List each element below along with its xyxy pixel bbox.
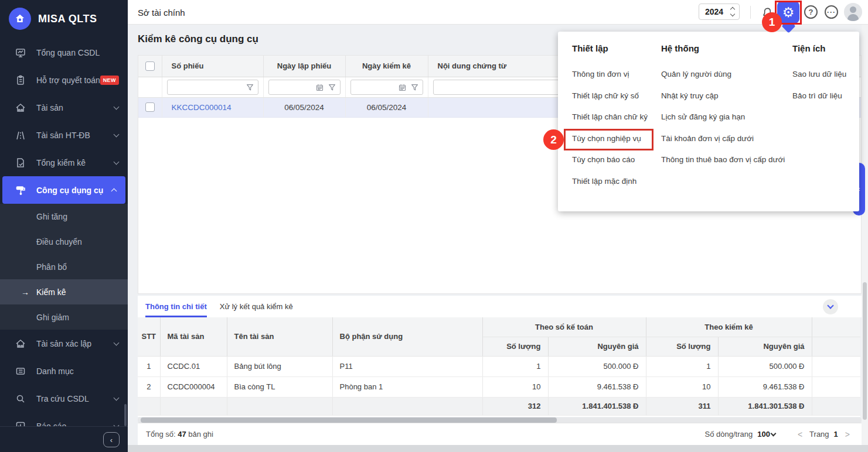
sidebar-subitem-ghi-giam[interactable]: Ghi giảm	[0, 304, 128, 330]
page-title: Kiểm kê công cụ dụng cụ	[138, 33, 258, 45]
sidebar-item-tai-san-ht-db[interactable]: Tài sản HT-ĐB	[0, 121, 128, 149]
calendar-icon[interactable]	[399, 84, 406, 91]
collapse-detail-button[interactable]	[823, 299, 838, 314]
row-checkbox[interactable]	[145, 102, 155, 112]
next-page-button[interactable]: >	[843, 430, 852, 439]
sidebar-subitem-kiem-ke[interactable]: → Kiểm kê	[0, 279, 128, 304]
sidebar-subitem-phan-bo[interactable]: Phân bổ	[0, 254, 128, 279]
chevron-down-icon	[114, 104, 120, 109]
funnel-icon[interactable]	[411, 84, 418, 91]
sidebar-item-tong-kiem-ke[interactable]: Tổng kiểm kê	[0, 149, 128, 176]
funnel-icon[interactable]	[246, 84, 254, 91]
vertical-scrollbar-thumb[interactable]	[863, 282, 867, 420]
column-header: Số lượng	[646, 337, 718, 356]
tab-thong-tin-chi-tiet[interactable]: Thông tin chi tiết	[145, 296, 207, 317]
select-all-checkbox[interactable]	[145, 61, 155, 71]
clipboard-icon	[14, 74, 27, 86]
detail-table: STT Mã tài sản Tên tài sản Bộ phận sử dụ…	[138, 317, 860, 416]
menu-item-tuy-chon-bao-cao[interactable]: Tùy chọn báo cáo	[572, 149, 648, 171]
chevron-down-icon	[114, 131, 120, 137]
topbar-divider	[750, 6, 751, 19]
sidebar-item-danh-muc[interactable]: Danh mục	[0, 357, 128, 385]
menu-item-nhat-ky-truy-cap[interactable]: Nhật ký truy cập	[661, 85, 785, 107]
column-header[interactable]: Ngày kiểm kê	[345, 56, 428, 77]
sidebar-item-ho-tro-quyet-toan[interactable]: Hỗ trợ quyết toán NEW	[0, 66, 128, 94]
tab-xu-ly-ket-qua[interactable]: Xử lý kết quả kiểm kê	[220, 296, 293, 317]
dashboard-icon	[14, 47, 27, 59]
sidebar-item-cong-cu-dung-cu[interactable]: Công cụ dụng cụ	[2, 176, 125, 204]
chevron-down-icon	[770, 430, 776, 436]
menu-item-tai-khoan-cap-duoi[interactable]: Tài khoản đơn vị cấp dưới	[661, 128, 785, 150]
user-avatar[interactable]	[844, 3, 862, 21]
sidebar-subitem-dieu-chuyen[interactable]: Điều chuyển	[0, 229, 128, 254]
column-header: STT	[138, 317, 160, 356]
more-button[interactable]: ···	[825, 5, 838, 19]
chevron-up-icon	[111, 189, 117, 194]
sidebar-item-tai-san-xac-lap[interactable]: Tài sản xác lập	[0, 330, 128, 357]
menu-item-sao-luu-du-lieu[interactable]: Sao lưu dữ liệu	[792, 64, 846, 85]
total-nguyen-gia-ke-toan: 1.841.401.538 Đ	[548, 397, 646, 415]
filter-ngay-lap	[268, 80, 341, 95]
filter-so-phieu-input[interactable]	[170, 80, 224, 94]
filter-ngay-lap-input[interactable]	[271, 80, 314, 94]
menu-item-tuy-chon-nghiep-vu[interactable]: Tùy chọn nghiệp vụ	[572, 128, 648, 150]
ellipsis-icon: ···	[827, 8, 836, 16]
sidebar-subitem-ghi-tang[interactable]: Ghi tăng	[0, 204, 128, 229]
calendar-icon[interactable]	[316, 84, 324, 91]
menu-item-thiet-lap-chu-ky-so[interactable]: Thiết lập chữ ký số	[572, 85, 648, 107]
menu-item-thiet-lap-chan-chu-ky[interactable]: Thiết lập chân chữ ký	[572, 107, 648, 128]
filter-ngay-kiem-ke-input[interactable]	[353, 80, 396, 94]
year-selector[interactable]: 2024	[699, 4, 740, 20]
sidebar-item-tra-cuu-csdl[interactable]: Tra cứu CSDL	[0, 385, 128, 412]
column-header: Nguyên giá	[718, 337, 812, 356]
column-header: Nguyên giá	[548, 337, 646, 356]
menu-section-title: Hệ thống	[661, 43, 699, 53]
road-icon	[14, 129, 27, 141]
menu-item-quan-ly-nguoi-dung[interactable]: Quản lý người dùng	[661, 64, 785, 85]
funnel-icon[interactable]	[328, 84, 336, 91]
cell-ngay-kiem-ke: 06/05/2024	[345, 97, 428, 117]
voucher-link[interactable]: KKCCDC000014	[162, 97, 263, 117]
horizontal-scrollbar[interactable]	[138, 417, 862, 423]
menu-item-thue-bao-cap-duoi[interactable]: Thông tin thuê bao đơn vị cấp dưới	[661, 149, 785, 171]
sidebar-scrollbar[interactable]	[124, 404, 127, 426]
notifications-button[interactable]	[760, 5, 774, 19]
menu-section-title: Tiện ích	[792, 43, 825, 53]
filter-ngay-kiem-ke	[350, 80, 423, 95]
question-icon: ?	[809, 8, 813, 16]
year-spinner-icon[interactable]	[731, 8, 734, 16]
sidebar-item-tong-quan-csdl[interactable]: Tổng quan CSDL	[0, 39, 128, 66]
app-title: MISA QLTS	[38, 13, 97, 25]
detail-group-header-row: STT Mã tài sản Tên tài sản Bộ phận sử dụ…	[138, 317, 860, 337]
help-button[interactable]: ?	[804, 5, 818, 19]
menu-item-bao-tri-du-lieu[interactable]: Bảo trì dữ liệu	[792, 85, 846, 107]
cell-ngay-lap: 06/05/2024	[263, 97, 345, 117]
menu-section-title: Thiết lập	[572, 43, 608, 53]
sidebar: MISA QLTS Tổng quan CSDL Hỗ trợ quyết to…	[0, 0, 128, 452]
column-header[interactable]: Ngày lập phiếu	[263, 56, 345, 77]
topbar: Sở tài chính 2024 ⚙ ? ···	[128, 0, 868, 25]
search-icon	[14, 393, 27, 405]
menu-item-thong-tin-don-vi[interactable]: Thông tin đơn vị	[572, 64, 648, 85]
column-header[interactable]: Số phiếu	[162, 56, 263, 77]
record-count-value: 47	[178, 430, 186, 439]
horizontal-scrollbar-thumb[interactable]	[141, 417, 557, 423]
vertical-scrollbar[interactable]	[862, 25, 868, 445]
menu-item-thiet-lap-mac-dinh[interactable]: Thiết lập mặc định	[572, 171, 648, 193]
app-logo[interactable]: MISA QLTS	[0, 0, 128, 37]
menu-item-lich-su-dang-ky[interactable]: Lịch sử đăng ký gia hạn	[661, 107, 785, 128]
sidebar-footer: ‹	[0, 426, 128, 452]
sidebar-collapse-button[interactable]: ‹	[103, 432, 120, 447]
column-header: Số lượng	[482, 337, 548, 356]
column-header: Bộ phận sử dụng	[332, 317, 482, 356]
sidebar-item-tai-san[interactable]: Tài sản	[0, 94, 128, 121]
prev-page-button[interactable]: <	[795, 430, 805, 439]
settings-menu: Thiết lập Thông tin đơn vị Thiết lập chữ…	[558, 32, 859, 211]
year-value: 2024	[705, 7, 723, 16]
gear-icon: ⚙	[782, 5, 795, 20]
sidebar-submenu-cong-cu-dung-cu: Ghi tăng Điều chuyển Phân bổ → Kiểm kê G…	[0, 204, 128, 330]
footer: Tổng số: 47 bản ghi Số dòng/trang 100 < …	[138, 423, 862, 445]
rows-per-page-select[interactable]: 100	[757, 430, 775, 439]
column-header: Tên tài sản	[227, 317, 332, 356]
chevron-down-icon	[114, 395, 120, 400]
